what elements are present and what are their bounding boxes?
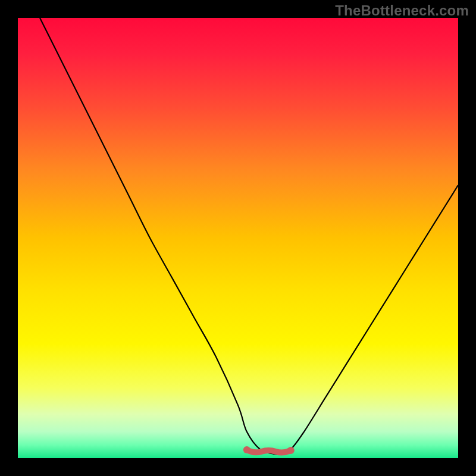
optimal-range-right-dot — [287, 447, 295, 454]
gradient-background — [18, 18, 458, 458]
plot-area — [18, 18, 458, 458]
bottleneck-chart — [18, 18, 458, 458]
watermark-text: TheBottleneck.com — [335, 2, 469, 19]
chart-frame: TheBottleneck.com — [0, 0, 476, 476]
optimal-range-left-dot — [243, 446, 250, 453]
optimal-range-marker — [247, 450, 291, 453]
